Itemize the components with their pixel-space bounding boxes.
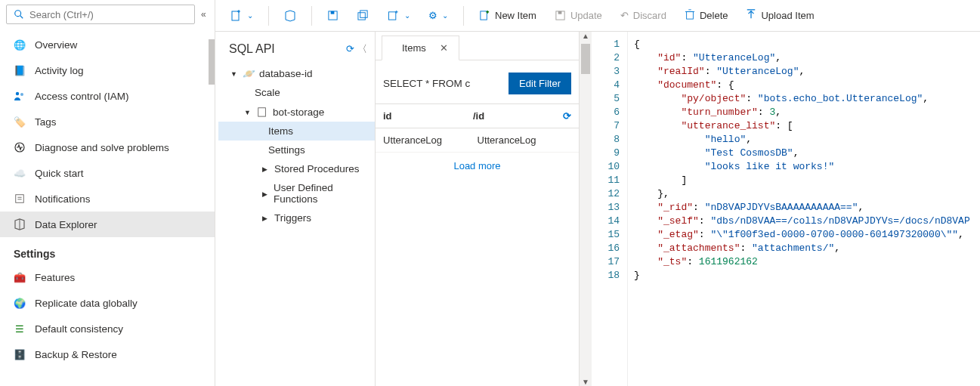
tree-sprocs[interactable]: Stored Procedures [218, 159, 375, 178]
collapse-tree-icon[interactable]: 〈 [357, 43, 367, 54]
nav-diagnose[interactable]: Diagnose and solve problems [0, 134, 215, 160]
nav-features[interactable]: 🧰Features [0, 264, 215, 290]
tree-triggers[interactable]: Triggers [218, 208, 375, 227]
nav-activity-log[interactable]: 📘Activity log [0, 57, 215, 83]
nav-label: Backup & Restore [35, 349, 117, 360]
svg-rect-9 [232, 11, 239, 20]
tree-scale[interactable]: Scale [218, 83, 375, 102]
grid-row[interactable]: UtteranceLog UtteranceLog [376, 128, 579, 153]
tree-settings[interactable]: Settings [218, 141, 375, 159]
search-input[interactable] [29, 9, 188, 20]
tree-actions: ⟳ 〈 [346, 42, 367, 56]
close-tab-icon[interactable]: ✕ [440, 42, 448, 54]
nav-label: Replicate data globally [35, 298, 138, 309]
cell-partition: UtteranceLog [478, 134, 572, 146]
new-container-icon-button[interactable]: ⌄ [380, 5, 418, 26]
tree-label: User Defined Functions [274, 182, 370, 205]
settings-header: Settings [0, 237, 215, 264]
tab-items[interactable]: Items ✕ [382, 36, 459, 60]
tree-database[interactable]: 🪐database-id [218, 63, 375, 83]
tree-container[interactable]: bot-storage [218, 102, 375, 122]
resource-tree: SQL API ⟳ 〈 🪐database-id Scale bot-stora… [215, 32, 376, 386]
bell-icon [14, 193, 26, 205]
load-more-link[interactable]: Load more [376, 153, 579, 179]
search-bar[interactable] [6, 5, 195, 24]
document-editor[interactable]: 123456789101112131415161718 { "id": "Utt… [592, 32, 980, 386]
svg-rect-17 [558, 11, 562, 14]
nav-quick-start[interactable]: ☁️Quick start [0, 160, 215, 186]
log-icon: 📘 [14, 64, 26, 76]
refresh-icon[interactable]: ⟳ [346, 43, 354, 54]
delete-button[interactable]: Delete [677, 5, 736, 26]
svg-point-2 [16, 92, 19, 95]
settings-gear-button[interactable]: ⚙⌄ [421, 5, 456, 26]
nav-access-control[interactable]: Access control (IAM) [0, 83, 215, 109]
nav-label: Quick start [35, 168, 84, 179]
nav-label: Data Explorer [35, 219, 97, 230]
tree-label: bot-storage [273, 107, 324, 118]
svg-rect-21 [258, 108, 266, 116]
toolbar-label: Discard [633, 10, 666, 21]
toolbar-label: Delete [700, 10, 728, 21]
tree-udfs[interactable]: User Defined Functions [218, 178, 375, 208]
svg-rect-14 [388, 12, 395, 20]
svg-rect-11 [331, 11, 335, 14]
code-content[interactable]: { "id": "UtteranceLog", "realId": "Utter… [628, 32, 980, 386]
nav-label: Features [35, 272, 75, 283]
svg-line-1 [20, 16, 23, 19]
grid-col-partition: /id [473, 110, 557, 122]
grid-col-id: id [383, 110, 467, 122]
caret-right-icon [262, 165, 270, 173]
nav-label: Tags [35, 116, 57, 128]
tab-label: Items [402, 42, 426, 54]
collapse-sidebar-button[interactable]: « [201, 9, 212, 20]
nav-list: 🌐Overview 📘Activity log Access control (… [0, 29, 215, 386]
svg-rect-5 [16, 195, 24, 203]
tree-label: database-id [259, 68, 313, 79]
upload-item-button[interactable]: Upload Item [738, 5, 821, 26]
toolbar-label: New Item [495, 10, 536, 21]
update-button[interactable]: Update [547, 5, 610, 26]
svg-rect-18 [687, 12, 694, 20]
upload-icon [746, 9, 756, 22]
people-icon [14, 90, 26, 102]
tree-items[interactable]: Items [218, 122, 375, 141]
new-item-button[interactable]: New Item [471, 5, 544, 26]
svg-rect-15 [481, 11, 487, 20]
tree-label: Triggers [274, 212, 311, 224]
svg-rect-13 [360, 11, 367, 17]
tree-title: SQL API [229, 42, 275, 56]
container-icon [256, 106, 268, 118]
features-icon: 🧰 [14, 271, 26, 283]
nav-label: Diagnose and solve problems [35, 142, 169, 153]
nav-data-explorer[interactable]: Data Explorer [0, 212, 215, 237]
nav-label: Overview [35, 39, 77, 51]
caret-right-icon [262, 214, 270, 222]
discard-button[interactable]: ↶Discard [613, 5, 674, 26]
nav-label: Access control (IAM) [35, 91, 129, 102]
open-query-button[interactable] [277, 5, 304, 26]
rocket-icon: ☁️ [14, 167, 26, 179]
tree-label: Scale [255, 87, 280, 98]
nav-backup[interactable]: 🗄️Backup & Restore [0, 341, 215, 367]
sidebar-scrollbar[interactable] [209, 33, 215, 386]
database-icon: 🪐 [243, 67, 255, 79]
undo-icon: ↶ [620, 10, 629, 21]
save-all-icon-button[interactable] [349, 5, 377, 26]
svg-point-3 [20, 93, 23, 96]
nav-label: Activity log [35, 65, 84, 76]
refresh-grid-icon[interactable]: ⟳ [563, 110, 571, 122]
nav-tags[interactable]: 🏷️Tags [0, 109, 215, 134]
tree-label: Settings [268, 144, 305, 156]
edit-filter-button[interactable]: Edit Filter [509, 73, 571, 94]
consistency-icon: ☰ [14, 323, 26, 335]
nav-replicate[interactable]: 🌍Replicate data globally [0, 290, 215, 316]
nav-overview[interactable]: 🌐Overview [0, 32, 215, 57]
new-sql-query-button[interactable]: ⌄ [223, 5, 261, 26]
save-icon-button[interactable] [320, 5, 346, 26]
caret-down-icon [230, 69, 238, 78]
items-scrollbar[interactable]: ▲▼ [580, 32, 592, 386]
nav-label: Default consistency [35, 323, 123, 335]
nav-consistency[interactable]: ☰Default consistency [0, 316, 215, 341]
nav-notifications[interactable]: Notifications [0, 186, 215, 212]
